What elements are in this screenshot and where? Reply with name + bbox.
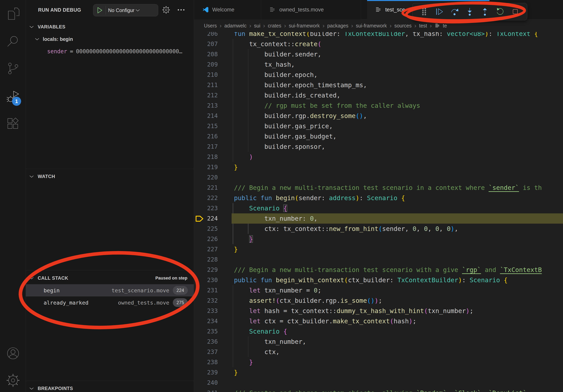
- tab-welcome[interactable]: Welcome: [194, 0, 261, 19]
- breakpoint-gutter[interactable]: 231: [194, 285, 218, 296]
- activity-bar-extensions[interactable]: [5, 116, 21, 131]
- debug-config-dropdown[interactable]: No Configur: [93, 4, 158, 16]
- breadcrumb-file[interactable]: te: [435, 23, 447, 29]
- code-line[interactable]: 219}: [194, 162, 563, 172]
- code-line[interactable]: 229/// Begin a new multi-transaction tes…: [194, 265, 563, 275]
- code-line[interactable]: 238 }: [194, 357, 563, 367]
- breakpoint-gutter[interactable]: 238: [194, 357, 218, 367]
- code-line[interactable]: 206fun make_tx_context(builder: TxContex…: [194, 32, 563, 39]
- code-line[interactable]: 216 builder.gas_budget,: [194, 131, 563, 142]
- code-line[interactable]: 237 ctx,: [194, 347, 563, 357]
- more-actions-icon[interactable]: [177, 6, 185, 14]
- code-line[interactable]: 214 builder.rgp.destroy_some(),: [194, 111, 563, 121]
- code-line[interactable]: 241/// Creates and shares system objects…: [194, 388, 563, 392]
- breakpoint-gutter[interactable]: 234: [194, 316, 218, 326]
- variable-row[interactable]: sender = 0000000000000000000000000000000…: [26, 46, 194, 56]
- breakpoint-gutter[interactable]: 223: [194, 203, 218, 213]
- breakpoint-gutter[interactable]: 240: [194, 378, 218, 388]
- start-debugging-icon[interactable]: [96, 6, 103, 14]
- step-out-button[interactable]: [477, 5, 492, 19]
- continue-button[interactable]: [432, 5, 447, 19]
- breadcrumb-item[interactable]: adamwelc: [224, 23, 247, 29]
- code-line[interactable]: 223 Scenario {: [194, 203, 563, 213]
- breakpoint-gutter[interactable]: 218: [194, 152, 218, 162]
- call-stack-frame[interactable]: already_markedowned_tests.move275: [26, 297, 194, 309]
- breakpoint-gutter[interactable]: 228: [194, 254, 218, 265]
- breakpoint-gutter[interactable]: 220: [194, 172, 218, 183]
- tab-owned_tests-move[interactable]: owned_tests.move: [261, 0, 361, 19]
- breakpoint-gutter[interactable]: 212: [194, 90, 218, 101]
- breakpoints-section-header[interactable]: BREAKPOINTS: [26, 383, 194, 392]
- breakpoint-gutter[interactable]: 215: [194, 121, 218, 131]
- code-line[interactable]: 218 ): [194, 152, 563, 162]
- breakpoint-gutter[interactable]: 230: [194, 275, 218, 285]
- drag-handle-button[interactable]: [417, 5, 432, 19]
- breadcrumb-item[interactable]: sui-framework: [289, 23, 320, 29]
- activity-bar-account[interactable]: [5, 346, 21, 361]
- breakpoint-gutter[interactable]: 206: [194, 32, 218, 39]
- code-line[interactable]: 234 let ctx = ctx_builder.make_tx_contex…: [194, 316, 563, 326]
- code-line[interactable]: 215 builder.gas_price,: [194, 121, 563, 131]
- call-stack-section-header[interactable]: CALL STACK Paused on step: [26, 273, 194, 283]
- step-over-button[interactable]: [447, 5, 462, 19]
- breakpoint-gutter[interactable]: 214: [194, 111, 218, 121]
- breakpoint-gutter[interactable]: 221: [194, 183, 218, 193]
- activity-bar-settings[interactable]: [5, 373, 21, 388]
- variables-section-header[interactable]: VARIABLES: [26, 22, 194, 32]
- breadcrumb-item[interactable]: sources: [394, 23, 412, 29]
- breakpoint-gutter[interactable]: 233: [194, 306, 218, 316]
- activity-bar-source-control[interactable]: [5, 61, 21, 76]
- code-line[interactable]: 227}: [194, 244, 563, 254]
- breakpoint-gutter[interactable]: 225: [194, 224, 218, 234]
- activity-bar-run-and-debug[interactable]: 1: [5, 89, 21, 104]
- breadcrumb-item[interactable]: crates: [268, 23, 281, 29]
- code-line[interactable]: 221/// Begin a new multi-transaction tes…: [194, 183, 563, 193]
- breakpoint-gutter[interactable]: 210: [194, 70, 218, 80]
- code-line[interactable]: 210 builder.epoch,: [194, 70, 563, 80]
- breakpoint-gutter[interactable]: 239: [194, 367, 218, 378]
- code-line[interactable]: 236 txn_number,: [194, 337, 563, 347]
- watch-section-header[interactable]: WATCH: [26, 171, 194, 182]
- breakpoint-gutter[interactable]: 213: [194, 101, 218, 111]
- code-line[interactable]: 222public fun begin(sender: address): Sc…: [194, 193, 563, 203]
- code-editor[interactable]: 206fun make_tx_context(builder: TxContex…: [194, 32, 563, 392]
- activity-bar-search[interactable]: [5, 34, 21, 49]
- breadcrumb-item[interactable]: Users: [204, 23, 217, 29]
- variables-scope-row[interactable]: locals: begin: [26, 34, 194, 44]
- code-line[interactable]: 213 // rgp must be set from the caller a…: [194, 101, 563, 111]
- breakpoint-gutter[interactable]: 217: [194, 142, 218, 152]
- code-line[interactable]: 220: [194, 172, 563, 183]
- code-line[interactable]: 240: [194, 378, 563, 388]
- code-line[interactable]: 225 ctx: tx_context::new_from_hint(sende…: [194, 224, 563, 234]
- code-line[interactable]: 212 builder.ids_created,: [194, 90, 563, 101]
- code-line[interactable]: 235 Scenario {: [194, 326, 563, 337]
- breakpoint-gutter[interactable]: 226: [194, 234, 218, 244]
- code-line[interactable]: 211 builder.epoch_timestamp_ms,: [194, 80, 563, 90]
- stop-button[interactable]: [508, 5, 523, 19]
- code-line[interactable]: 224 txn_number: 0,: [194, 213, 563, 224]
- breakpoint-gutter[interactable]: 219: [194, 162, 218, 172]
- breakpoint-gutter[interactable]: 207: [194, 39, 218, 49]
- breakpoint-gutter[interactable]: 237: [194, 347, 218, 357]
- code-line[interactable]: 209 tx_hash,: [194, 59, 563, 70]
- code-line[interactable]: 217 builder.sponsor,: [194, 142, 563, 152]
- breadcrumb-item[interactable]: test: [419, 23, 427, 29]
- breakpoint-gutter[interactable]: 241: [194, 388, 218, 392]
- code-line[interactable]: 231 let txn_number = 0;: [194, 285, 563, 296]
- restart-button[interactable]: [492, 5, 508, 19]
- breakpoint-gutter[interactable]: 232: [194, 296, 218, 306]
- breakpoint-gutter[interactable]: 235: [194, 326, 218, 337]
- code-line[interactable]: 232 assert!(ctx_builder.rgp.is_some());: [194, 296, 563, 306]
- breakpoint-gutter[interactable]: 227: [194, 244, 218, 254]
- breakpoint-gutter[interactable]: 229: [194, 265, 218, 275]
- code-line[interactable]: 239}: [194, 367, 563, 378]
- code-line[interactable]: 228: [194, 254, 563, 265]
- code-line[interactable]: 226 }: [194, 234, 563, 244]
- breakpoint-gutter[interactable]: 222: [194, 193, 218, 203]
- breakpoint-gutter[interactable]: 224: [194, 213, 218, 224]
- breakpoint-gutter[interactable]: 236: [194, 337, 218, 347]
- breakpoint-gutter[interactable]: 211: [194, 80, 218, 90]
- code-line[interactable]: 207 tx_context::create(: [194, 39, 563, 49]
- breadcrumb-item[interactable]: sui: [254, 23, 260, 29]
- code-line[interactable]: 208 builder.sender,: [194, 49, 563, 59]
